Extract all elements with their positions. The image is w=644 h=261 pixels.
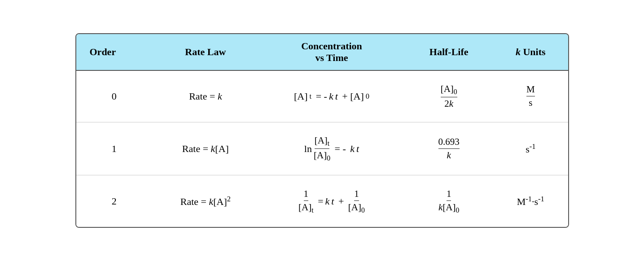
chemistry-table: Order Rate Law Concentration vs Time Hal… bbox=[75, 33, 569, 228]
col-ratelaw-header: Rate Law bbox=[152, 34, 259, 70]
kunits-1: s-1 bbox=[493, 122, 568, 175]
halflife-1-frac: 0.693 k bbox=[438, 136, 460, 161]
halflife-0: [A]0 2k bbox=[404, 70, 493, 122]
order-2: 2 bbox=[76, 175, 153, 227]
formula-0: [A]t = -kt + [A]0 bbox=[294, 91, 369, 102]
one-over-At: 1 [A]t bbox=[298, 188, 314, 214]
ratelaw-2-text: Rate = k[A]2 bbox=[180, 196, 231, 207]
one-over-A0: 1 [A]0 bbox=[348, 188, 365, 214]
col-conc-header: Concentration vs Time bbox=[259, 34, 405, 70]
table-row: 1 Rate = k[A] ln [A]t [A]0 = - kt bbox=[76, 122, 568, 175]
col-conc-line2: vs Time bbox=[315, 52, 348, 63]
order-1: 1 bbox=[76, 122, 153, 175]
k-label: k bbox=[516, 46, 521, 57]
halflife-1: 0.693 k bbox=[404, 122, 493, 175]
col-kunits-header: k Units bbox=[493, 34, 568, 70]
halflife-2: 1 k[A]0 bbox=[404, 175, 493, 227]
ln-frac: [A]t [A]0 bbox=[314, 135, 330, 162]
conc-vs-time-1: ln [A]t [A]0 = - kt bbox=[259, 122, 405, 175]
kunits-0-frac: M s bbox=[526, 84, 535, 109]
units-label: Units bbox=[523, 46, 545, 57]
halflife-0-frac: [A]0 2k bbox=[441, 83, 457, 109]
table-row: 2 Rate = k[A]2 1 [A]t = kt + 1 bbox=[76, 175, 568, 227]
order-0: 0 bbox=[76, 70, 153, 122]
conc-vs-time-2: 1 [A]t = kt + 1 [A]0 bbox=[259, 175, 405, 227]
ratelaw-0: Rate = k bbox=[152, 70, 259, 122]
halflife-2-frac: 1 k[A]0 bbox=[438, 188, 459, 214]
ratelaw-1: Rate = k[A] bbox=[152, 122, 259, 175]
formula-2: 1 [A]t = kt + 1 [A]0 bbox=[298, 188, 365, 214]
kunits-2: M-1·s-1 bbox=[493, 175, 568, 227]
conc-vs-time-0: [A]t = -kt + [A]0 bbox=[259, 70, 405, 122]
col-halflife-header: Half-Life bbox=[404, 34, 493, 70]
formula-1: ln [A]t [A]0 = - kt bbox=[304, 135, 359, 162]
col-order-header: Order bbox=[76, 34, 153, 70]
kunits-0: M s bbox=[493, 70, 568, 122]
ratelaw-1-text: Rate = k[A] bbox=[182, 143, 229, 154]
col-conc-line1: Concentration bbox=[301, 40, 362, 52]
ratelaw-0-text: Rate = k bbox=[189, 91, 222, 102]
ratelaw-2: Rate = k[A]2 bbox=[152, 175, 259, 227]
table-row: 0 Rate = k [A]t = -kt + [A]0 [A]0 2k bbox=[76, 70, 568, 122]
